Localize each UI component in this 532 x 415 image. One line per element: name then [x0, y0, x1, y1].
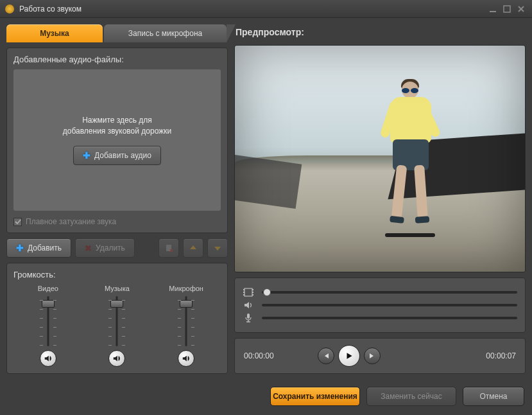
svg-rect-2 [245, 288, 252, 296]
tab-music[interactable]: Музыка [6, 24, 103, 42]
volume-label-mic: Микрофон [169, 285, 203, 292]
button-label: Удалить [96, 243, 125, 252]
cancel-button[interactable]: Отмена [463, 387, 524, 406]
mute-button-video[interactable] [40, 350, 56, 367]
microphone-icon [243, 313, 254, 323]
tab-label: Запись с микрофона [128, 29, 202, 38]
button-label: Сохранить изменения [273, 392, 357, 401]
fade-checkbox-label: Плавное затухание звука [26, 217, 116, 226]
svg-rect-1 [504, 6, 510, 12]
svg-rect-3 [243, 289, 245, 290]
app-icon [5, 4, 14, 13]
file-toolbar: ✚ Добавить ✖ Удалить [6, 238, 228, 258]
fade-checkbox-row: Плавное затухание звука [13, 217, 221, 226]
maximize-button[interactable] [501, 4, 513, 13]
volume-sliders: Видео Музыка [13, 285, 221, 367]
time-duration: 00:00:07 [409, 351, 516, 360]
button-label: Отмена [479, 392, 507, 401]
fade-checkbox[interactable] [13, 218, 22, 226]
track-video [243, 287, 517, 297]
volume-label-video: Видео [38, 285, 58, 292]
film-icon [243, 287, 254, 297]
track-video-slider[interactable] [262, 291, 517, 294]
button-label: Добавить [28, 243, 62, 252]
left-column: Музыка Запись с микрофона Добавленные ау… [6, 24, 228, 374]
minimize-button[interactable] [487, 4, 499, 13]
button-label: Заменить сейчас [381, 392, 442, 401]
added-files-heading: Добавленные аудио-файлы: [13, 55, 221, 64]
titlebar: Работа со звуком [0, 0, 532, 18]
next-button[interactable] [364, 348, 381, 364]
button-label: Добавить аудио [94, 151, 151, 160]
volume-track[interactable] [176, 296, 196, 346]
svg-rect-7 [252, 292, 253, 293]
playback-controls [295, 345, 402, 367]
right-column: Предпросмотр: [234, 24, 526, 374]
track-audio-slider[interactable] [262, 304, 517, 306]
delete-button: ✖ Удалить [75, 238, 135, 258]
delete-icon: ✖ [85, 243, 92, 253]
mute-button-music[interactable] [108, 350, 125, 367]
remove-file-button [159, 238, 179, 258]
track-sliders [234, 278, 526, 333]
plus-icon: ✚ [16, 243, 24, 253]
window-title: Работа со звуком [19, 4, 485, 13]
svg-rect-0 [490, 11, 496, 12]
mute-button-mic[interactable] [178, 350, 194, 367]
volume-track[interactable] [39, 296, 58, 346]
preview-heading: Предпросмотр: [234, 24, 526, 40]
window: Работа со звуком Музыка Запись с микрофо… [0, 0, 532, 415]
time-position: 00:00:00 [244, 351, 289, 360]
track-mic-slider[interactable] [262, 317, 517, 319]
volume-slider-mic: Микрофон [157, 285, 215, 367]
tabs: Музыка Запись с микрофона [6, 24, 228, 42]
svg-rect-6 [252, 289, 253, 290]
added-files-panel: Добавленные аудио-файлы: Нажмите здесь д… [6, 48, 228, 233]
video-preview[interactable] [234, 45, 526, 272]
move-up-button [183, 238, 203, 258]
audio-dropzone[interactable]: Нажмите здесь для добавления звуковой до… [13, 69, 221, 211]
close-button[interactable] [515, 4, 527, 13]
plus-icon: ✚ [83, 150, 90, 161]
play-button[interactable] [338, 345, 360, 367]
svg-rect-9 [247, 313, 250, 319]
track-audio [243, 300, 517, 310]
volume-heading: Громкость: [13, 270, 221, 279]
speaker-icon [243, 300, 254, 310]
prev-button[interactable] [318, 348, 334, 364]
volume-label-music: Музыка [105, 285, 130, 292]
add-audio-button[interactable]: ✚ Добавить аудио [73, 146, 161, 165]
dropzone-hint: Нажмите здесь для добавления звуковой до… [63, 115, 171, 137]
replace-button: Заменить сейчас [366, 387, 456, 406]
volume-panel: Громкость: Видео Музыка [6, 263, 228, 374]
save-button[interactable]: Сохранить изменения [270, 387, 360, 406]
playback-bar: 00:00:00 00:00:07 [234, 338, 526, 374]
add-button[interactable]: ✚ Добавить [6, 238, 71, 258]
tab-mic[interactable]: Запись с микрофона [104, 24, 227, 42]
content: Музыка Запись с микрофона Добавленные ау… [0, 18, 532, 380]
svg-rect-4 [243, 292, 245, 293]
footer: Сохранить изменения Заменить сейчас Отме… [0, 380, 532, 415]
volume-track[interactable] [107, 296, 126, 346]
track-mic [243, 313, 517, 323]
svg-rect-8 [252, 294, 253, 296]
tab-label: Музыка [40, 29, 69, 38]
volume-slider-video: Видео [19, 285, 77, 367]
svg-rect-5 [243, 294, 245, 296]
volume-slider-music: Музыка [88, 285, 146, 367]
move-down-button [207, 238, 228, 258]
